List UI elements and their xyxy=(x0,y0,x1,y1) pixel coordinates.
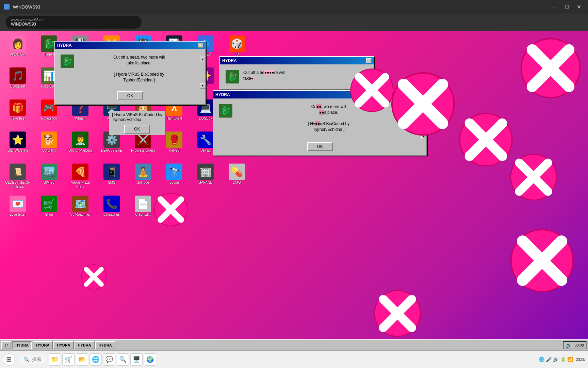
tray-mic-icon: 🎤 xyxy=(546,357,552,362)
desktop-icon-byte-beat[interactable]: 🎵 Byte Beat xyxy=(3,66,33,97)
dialog2-scrollbar-up[interactable]: ▲ xyxy=(369,72,374,77)
win93-start-btn[interactable]: t / xyxy=(1,341,11,349)
dialog2-scrollbar-down[interactable]: ▼ xyxy=(369,83,374,89)
desktop-icon-dmg[interactable]: 💊 DMG xyxy=(222,162,252,193)
system-tray: 🌐 🎤 🔊 🔋 📶 2023/ xyxy=(539,357,585,362)
browser-address-bar: www.windows93.net WINDOWS93 xyxy=(0,14,588,31)
search-text: 搜索 xyxy=(32,356,42,363)
win93-task-hydra-3[interactable]: HYDRA xyxy=(53,341,74,349)
desktop-icon-love-letter[interactable]: 💌 Love letter xyxy=(3,194,33,225)
desktop-icon-star-wars[interactable]: ⭐ Star Wars.avi xyxy=(3,130,33,161)
win93-task-hydra-1[interactable]: HYDRA xyxy=(12,341,32,349)
browser-chrome: WINDOWS93 — □ ✕ www.windows93.net WINDOW… xyxy=(0,0,588,31)
svg-line-7 xyxy=(470,123,502,156)
address-url: www.windows93.net xyxy=(11,18,136,22)
svg-line-11 xyxy=(519,163,548,191)
dialog-1-scrollbar: ▲ ▼ xyxy=(200,57,205,89)
desktop-icon-take-this[interactable]: 🎁 Take this xyxy=(3,98,33,129)
pink-x-bottom-right xyxy=(510,228,574,293)
browser-favicon xyxy=(4,4,10,10)
taskbar-browser-btn[interactable]: 🌐 xyxy=(89,353,102,366)
taskbar-explorer-btn[interactable]: 📂 xyxy=(76,353,88,366)
desktop-icon-manifesto[interactable]: 📋 MANIFESTO xyxy=(159,194,189,225)
svg-point-24 xyxy=(375,291,420,336)
tray-network-icon: 🌐 xyxy=(539,357,544,362)
search-icon: 🔍 xyxy=(23,357,29,362)
svg-line-23 xyxy=(523,241,561,280)
desktop-icon-v3-roadmap[interactable]: 🗺️ V3 Roadmap xyxy=(65,194,95,225)
desktop-icon-adobe[interactable]: 🍕 Adobe Pizza Pla... xyxy=(65,162,95,193)
win93-clock: 🔊 00:00 xyxy=(563,341,587,349)
hydra-dialog-1: HYDRA ✕ 🐉 Cut off a head, two more will … xyxy=(54,41,206,105)
dialog3-scrollbar-down[interactable]: ▼ xyxy=(421,134,427,139)
dialog-3-footer: OK xyxy=(213,139,426,155)
svg-line-22 xyxy=(523,241,561,280)
dialog-1-title: HYDRA xyxy=(57,43,72,48)
desktop-icon-sms[interactable]: 📱 SMS xyxy=(97,162,127,193)
dialog-2-scrollbar: ▲ ▼ xyxy=(368,72,374,89)
start-button[interactable]: ⊞ xyxy=(3,353,15,366)
pink-x-bottom-mid xyxy=(374,290,421,337)
dialog-3-content: 🐉 Cu●● two more will ●●s place. [ Hy●●uS… xyxy=(213,98,426,138)
dialog-1-content: 🐉 Cut off a head, two more will take its… xyxy=(55,49,205,89)
dialog-3-ok-btn[interactable]: OK xyxy=(307,142,333,151)
scrollbar-up-btn[interactable]: ▲ xyxy=(200,57,206,62)
taskbar-apps: 📁 🛒 📂 🌐 💬 🔍 🖥️ 🌍 xyxy=(49,353,156,366)
dialog-3-close-btn[interactable]: ✕ xyxy=(419,92,424,97)
taskbar-search-btn[interactable]: 🔍 xyxy=(117,353,129,366)
tray-wifi-icon: 📶 xyxy=(567,357,573,362)
tray-sound-icon: 🔊 xyxy=(553,357,559,362)
partial-ok-btn[interactable]: OK xyxy=(124,125,150,134)
pink-x-right1 xyxy=(459,112,513,167)
browser-controls: — □ ✕ xyxy=(549,3,584,11)
tray-icons: 🌐 🎤 🔊 🔋 📶 xyxy=(539,357,573,362)
desktop-icon-contact-us[interactable]: 📞 Contact us xyxy=(97,194,127,225)
desktop-icon-oldest[interactable]: 📜 OLDEST GE OF THE EL xyxy=(3,162,33,193)
dialog-2-titlebar: HYDRA ✕ xyxy=(220,57,374,64)
dialog-2-text: Cut off a he●●●●re will take● xyxy=(243,70,368,81)
win93-task-hydra-5[interactable]: HYDRA xyxy=(95,341,115,349)
desktop-icon-virtual-girl[interactable]: 👩 Virtual Girl xyxy=(3,34,33,65)
partial-dialog-text: [ Hydra ViRuS BioCoded by Typhon/Échidna… xyxy=(109,111,165,135)
browser-minimize-btn[interactable]: — xyxy=(549,3,560,11)
desktop-icon-shop[interactable]: 🛒 Shop xyxy=(34,194,64,225)
svg-line-2 xyxy=(532,50,569,87)
dialog-1-text: Cut off a head, two more will take its p… xyxy=(78,55,200,83)
svg-point-9 xyxy=(511,154,556,200)
dialog-1-close-btn[interactable]: ✕ xyxy=(198,43,203,48)
taskbar-files-btn[interactable]: 📁 xyxy=(49,353,61,366)
taskbar-chat-btn[interactable]: 💬 xyxy=(103,353,115,366)
dialog-3-icon: 🐉 xyxy=(219,104,232,118)
desktop-icon-corglitch[interactable]: 🐕 Corglitch xyxy=(34,130,64,161)
hydra-dialog-2: HYDRA ✕ 🐉 Cut off a he●●●●re will take● … xyxy=(219,56,374,90)
address-site: WINDOWS93 xyxy=(11,22,136,27)
desktop-icon-gafa3d[interactable]: 🏢 GAFA 3D xyxy=(191,162,220,193)
win93-task-hydra-4[interactable]: HYDRA xyxy=(75,341,95,349)
browser-close-btn[interactable]: ✕ xyxy=(574,3,584,11)
desktop-icon-doctor[interactable]: 👨‍⚕️ Doctor Marburg xyxy=(65,130,95,161)
browser-title-bar: WINDOWS93 — □ ✕ xyxy=(0,0,588,14)
desktop-icon-solitude[interactable]: 🧘 Solitude xyxy=(128,162,158,193)
pink-x-right2 xyxy=(510,153,557,201)
browser-title-text: WINDOWS93 xyxy=(13,4,40,10)
dialog-2-icon: 🐉 xyxy=(226,70,239,83)
desktop-icon-scope[interactable]: 🔭 Scope xyxy=(159,162,189,193)
dialog-3-title: HYDRA xyxy=(215,92,230,97)
desktop-icon-credits[interactable]: 📄 Credits.txt xyxy=(128,194,158,225)
win93-task-hydra-2[interactable]: HYDRA xyxy=(33,341,53,349)
dialog-3-scrollbar: ▲ ▼ xyxy=(421,106,426,139)
taskbar-store-btn[interactable]: 🛒 xyxy=(62,353,75,366)
dialog-1-ok-btn[interactable]: OK xyxy=(117,91,143,100)
dialog-1-titlebar: HYDRA ✕ xyxy=(55,42,205,49)
svg-point-6 xyxy=(460,113,512,166)
scrollbar-down-btn[interactable]: ▼ xyxy=(200,83,206,89)
taskbar-earth-btn[interactable]: 🌍 xyxy=(144,353,156,366)
svg-point-21 xyxy=(511,230,573,292)
address-display[interactable]: www.windows93.net WINDOWS93 xyxy=(5,16,142,29)
desktop-icon-sim93[interactable]: 🏙️ SIM 93 xyxy=(34,162,64,193)
browser-maximize-btn[interactable]: □ xyxy=(562,3,571,11)
taskbar-monitor-btn[interactable]: 🖥️ xyxy=(130,353,143,366)
dialog-2-close-btn[interactable]: ✕ xyxy=(366,58,372,63)
dialog3-scrollbar-up[interactable]: ▲ xyxy=(421,106,427,111)
search-bar[interactable]: 🔍 搜索 xyxy=(18,355,47,364)
